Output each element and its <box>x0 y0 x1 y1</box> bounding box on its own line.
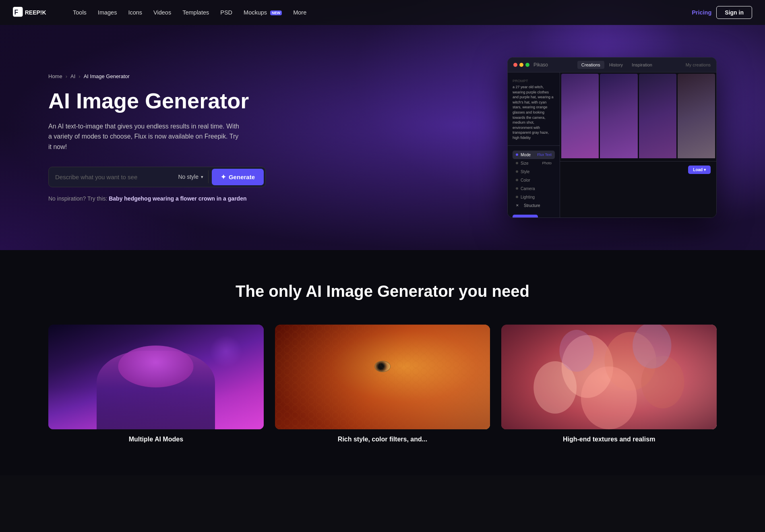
app-tab-inspiration[interactable]: Inspiration <box>628 61 656 69</box>
mode-dot <box>516 153 518 156</box>
breadcrumb-home[interactable]: Home <box>48 73 62 79</box>
breadcrumb-sep-2: › <box>79 73 80 79</box>
nav-link-images[interactable]: Images <box>93 7 122 18</box>
app-dot-green <box>525 63 529 67</box>
nav-link-videos[interactable]: Videos <box>149 7 176 18</box>
lighting-dot <box>516 196 518 198</box>
hero-content: Home › AI › AI Image Generator AI Image … <box>0 25 765 250</box>
nav-link-icons[interactable]: Icons <box>123 7 147 18</box>
svg-rect-4 <box>275 325 490 429</box>
app-sidebar-size[interactable]: Size Photo <box>513 159 555 168</box>
nav-link-templates[interactable]: Templates <box>178 7 214 18</box>
cyborg-head <box>118 346 194 387</box>
feature-image-2 <box>275 325 490 429</box>
app-load-btn[interactable]: Load ▾ <box>688 166 711 174</box>
breadcrumb-sep-1: › <box>66 73 67 79</box>
app-tab-history[interactable]: History <box>605 61 627 69</box>
app-body: Prompt a 27 year old witch, wearing purp… <box>508 72 716 217</box>
app-create-button[interactable]: Create <box>513 215 538 218</box>
app-sidebar-mode[interactable]: Mode Flux Text <box>513 151 555 159</box>
sparkle-icon: ✦ <box>221 173 226 181</box>
freepik-logo-icon: F REEP!K <box>13 7 55 18</box>
witch-image-3[interactable] <box>639 74 676 160</box>
feathers-svg <box>501 325 717 429</box>
witch-image-1[interactable] <box>561 74 599 160</box>
svg-point-9 <box>581 366 637 429</box>
mode-value: Flux Text <box>537 153 552 157</box>
generate-label: Generate <box>229 174 255 180</box>
nav-link-psd[interactable]: PSD <box>215 7 237 18</box>
signin-button[interactable]: Sign in <box>716 6 752 19</box>
app-sidebar-camera[interactable]: Camera <box>513 184 555 193</box>
hero-title: AI Image Generator <box>48 89 266 113</box>
style-label: No style <box>178 174 198 180</box>
app-tab-creations[interactable]: Creations <box>577 61 604 69</box>
svg-point-11 <box>633 325 671 368</box>
size-value: Photo <box>542 161 552 165</box>
navbar: F REEP!K Tools Images Icons Videos Templ… <box>0 0 765 25</box>
feature-label-1: Multiple AI Modes <box>129 436 183 443</box>
lighting-label: Lighting <box>521 195 535 199</box>
pricing-link[interactable]: Pricing <box>692 9 711 16</box>
svg-point-10 <box>560 330 594 372</box>
color-dot <box>516 179 518 181</box>
app-prompt-text: a 27 year old witch, wearing purple clot… <box>513 85 555 141</box>
camera-label: Camera <box>521 186 535 191</box>
hero-left: Home › AI › AI Image Generator AI Image … <box>48 73 266 201</box>
app-sidebar: Prompt a 27 year old witch, wearing purp… <box>508 72 560 217</box>
feature-card-1: Multiple AI Modes <box>48 325 264 443</box>
app-sidebar-color[interactable]: Color <box>513 176 555 184</box>
size-label: Size <box>521 161 528 166</box>
svg-text:F: F <box>14 9 19 16</box>
chevron-down-icon: ▾ <box>201 174 203 180</box>
features-section: The only AI Image Generator you need Mul… <box>0 250 765 475</box>
style-selector[interactable]: No style ▾ <box>173 170 209 183</box>
cyber-glow <box>210 335 242 367</box>
svg-text:REEP!K: REEP!K <box>25 9 46 16</box>
app-my-creations[interactable]: My creations <box>686 62 711 67</box>
new-badge: NEW <box>270 10 282 15</box>
app-dot-yellow <box>519 63 523 67</box>
features-title: The only AI Image Generator you need <box>48 282 717 300</box>
breadcrumb-ai[interactable]: AI <box>70 73 75 79</box>
nav-link-more[interactable]: More <box>288 7 311 18</box>
inspiration-text: No inspiration? Try this: Baby hedgehog … <box>48 195 266 202</box>
breadcrumb-current: AI Image Generator <box>84 73 130 79</box>
app-dot-red <box>513 63 517 67</box>
app-titlebar: Pikaso Creations History Inspiration My … <box>508 58 716 72</box>
search-bar: No style ▾ ✦ Generate <box>48 167 266 187</box>
nav-links: Tools Images Icons Videos Templates PSD … <box>68 7 692 18</box>
feature-image-1 <box>48 325 264 429</box>
app-sidebar-structure[interactable]: ✕ Structure <box>513 201 555 210</box>
style-label-app: Style <box>521 170 529 174</box>
app-sidebar-style[interactable]: Style <box>513 168 555 176</box>
color-label: Color <box>521 178 530 182</box>
app-prompt-label: Prompt <box>513 79 555 83</box>
hero-section: Home › AI › AI Image Generator AI Image … <box>0 0 765 250</box>
search-input[interactable] <box>55 170 170 184</box>
structure-label: Structure <box>524 203 540 208</box>
mode-label: Mode <box>521 153 531 157</box>
app-sidebar-lighting[interactable]: Lighting <box>513 193 555 201</box>
inspiration-suggestion[interactable]: Baby hedgehog wearing a flower crown in … <box>109 195 246 202</box>
logo[interactable]: F REEP!K <box>13 7 55 18</box>
inspiration-prefix: No inspiration? Try this: <box>48 195 107 202</box>
nav-link-mockups[interactable]: Mockups NEW <box>239 7 287 18</box>
features-grid: Multiple AI Modes Rich style, color filt… <box>48 325 717 443</box>
app-controls-section: Mode Flux Text Size Photo Style <box>508 148 560 212</box>
app-preview: Pikaso Creations History Inspiration My … <box>507 57 717 218</box>
witch-image-2[interactable] <box>600 74 637 160</box>
camera-dot <box>516 187 518 190</box>
app-main: Load ▾ <box>560 72 716 217</box>
witch-image-4[interactable] <box>678 74 715 160</box>
scale-pattern-svg <box>275 325 490 429</box>
app-titlebar-left: Pikaso <box>513 62 548 68</box>
nav-link-tools[interactable]: Tools <box>68 7 91 18</box>
hero-description: An AI text-to-image that gives you endle… <box>48 121 242 152</box>
breadcrumb: Home › AI › AI Image Generator <box>48 73 266 79</box>
app-prompt-section: Prompt a 27 year old witch, wearing purp… <box>508 77 560 143</box>
generate-button[interactable]: ✦ Generate <box>212 169 264 185</box>
feature-card-2: Rich style, color filters, and... <box>275 325 490 443</box>
app-tabs: Creations History Inspiration <box>577 61 656 69</box>
size-dot <box>516 162 518 164</box>
